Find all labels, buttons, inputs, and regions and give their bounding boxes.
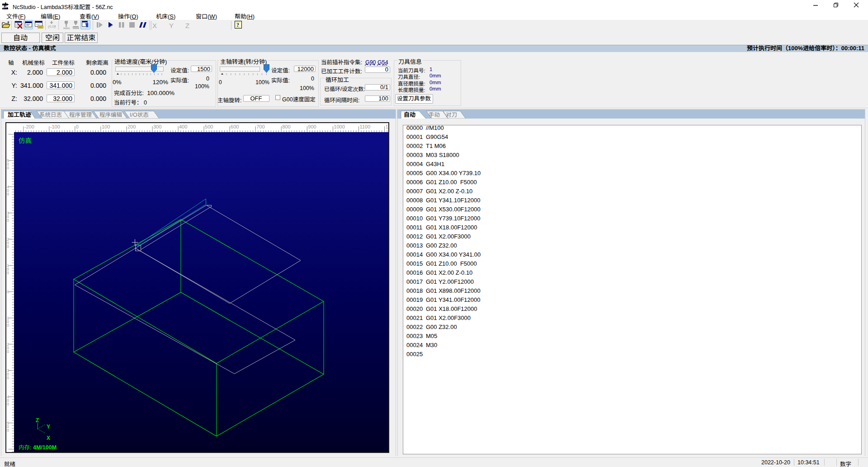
svg-text:0: 0 [7,191,9,196]
svg-text:内存: 4M/100M: 内存: 4M/100M [19,444,57,451]
svg-text:0: 0 [7,375,9,380]
svg-text:0: 0 [7,323,9,327]
svg-text:-100: -100 [50,124,60,129]
svg-text:0: 0 [7,270,9,275]
svg-text:Z: Z [36,417,39,424]
svg-text:1200: 1200 [385,124,388,129]
svg-text:手动: 手动 [429,112,440,118]
svg-text:500: 500 [205,124,213,129]
svg-text:X: X [47,435,50,441]
svg-text:100: 100 [102,124,110,129]
svg-text:400: 400 [179,124,187,129]
svg-text:0: 0 [76,124,79,129]
svg-text:0: 0 [7,289,9,294]
svg-text:800: 800 [282,124,290,129]
svg-text:0: 0 [7,428,9,432]
svg-text:?: ? [236,22,239,28]
svg-text:0: 0 [7,218,9,222]
svg-text:(0,0): (0,0) [48,24,56,29]
svg-text:0: 0 [7,401,9,406]
svg-text:200: 200 [127,124,136,129]
svg-text:-200: -200 [24,124,34,129]
svg-text:0: 0 [7,349,9,353]
svg-text:1000: 1000 [334,124,344,129]
svg-text:0: 0 [7,165,9,170]
svg-text:对刀: 对刀 [446,112,457,118]
svg-text:600: 600 [231,124,239,129]
svg-text:900: 900 [308,124,316,129]
svg-text:自动: 自动 [404,111,415,118]
svg-text:Y: Y [47,424,50,430]
svg-text:仿真: 仿真 [19,137,32,144]
svg-text:0: 0 [7,244,9,248]
svg-text:700: 700 [256,124,264,129]
svg-text:系统日志: 系统日志 [39,112,62,118]
svg-text:300: 300 [153,124,161,129]
svg-text:1100: 1100 [359,124,370,129]
svg-text:程序编辑: 程序编辑 [99,112,122,118]
svg-text:I/O状态: I/O状态 [130,112,149,118]
svg-text:程序管理: 程序管理 [69,112,92,118]
svg-text:加工轨迹: 加工轨迹 [7,111,31,118]
